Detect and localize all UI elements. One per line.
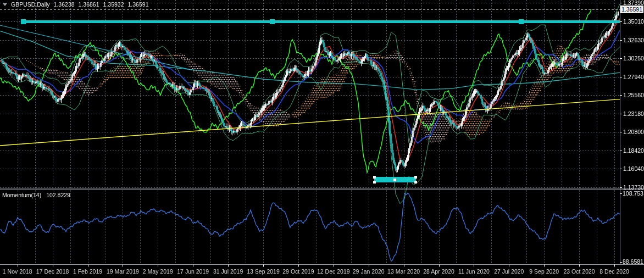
symbol-marker-icon (3, 3, 7, 6)
time-axis-label: 13 Sep 2019 (247, 268, 280, 275)
time-axis-label: 27 Jul 2020 (494, 268, 524, 275)
time-axis-label: 1 Nov 2018 (3, 268, 32, 275)
time-axis-label: 2 May 2019 (143, 268, 173, 275)
time-axis-label: 29 Oct 2019 (282, 268, 314, 275)
symbol-ohlc-row: GBPUSD,Daily 1.36238 1.36861 1.35932 1.3… (3, 1, 152, 8)
momentum-max-label: 108.753 (623, 190, 643, 197)
momentum-title: Momentum(14) (2, 192, 41, 198)
quote-low: 1.35932 (103, 1, 124, 8)
hline-handle[interactable] (21, 19, 26, 24)
hline-handle[interactable] (519, 19, 524, 24)
momentum-value: 102.8229 (46, 192, 70, 198)
current-price-tag: 1.36591 (620, 5, 643, 13)
time-axis-label: 23 Oct 2020 (563, 268, 595, 275)
hline-handle[interactable] (270, 19, 275, 24)
time-axis-label: 9 Sep 2020 (529, 268, 559, 275)
momentum-indicator-row: Momentum(14) 102.8229 (2, 192, 74, 198)
time-axis-label: 11 Jun 2020 (458, 268, 490, 275)
rectangle-handle[interactable] (393, 179, 396, 181)
price-axis-label: 1.25560 (623, 92, 644, 98)
rectangle-handle[interactable] (373, 176, 376, 179)
rectangle-handle[interactable] (414, 181, 417, 184)
time-axis-label: 28 Apr 2020 (423, 268, 454, 275)
price-axis-label: 1.16040 (623, 165, 644, 172)
symbol-label: GBPUSD,Daily (11, 1, 50, 8)
time-axis-label: 17 Jun 2019 (177, 268, 209, 275)
rectangle-object[interactable] (374, 177, 416, 182)
time-axis-label: 29 Jan 2020 (353, 268, 385, 275)
momentum-min-label: 88.6581 (623, 258, 643, 265)
quote-open: 1.36238 (54, 1, 75, 8)
price-axis-label: 1.27940 (623, 74, 644, 80)
horizontal-line-object[interactable] (21, 20, 620, 23)
chart-window: GBPUSD,Daily 1.36238 1.36861 1.35932 1.3… (0, 0, 644, 278)
quote-high: 1.36861 (79, 1, 99, 8)
time-axis-label: 12 Dec 2019 (317, 268, 350, 275)
price-axis-label: 1.20800 (623, 129, 644, 135)
price-axis-label: 1.23180 (623, 110, 644, 117)
time-axis-label: 17 Dec 2018 (36, 268, 69, 275)
price-chart-canvas[interactable] (0, 0, 644, 278)
rectangle-handle[interactable] (414, 176, 417, 179)
rectangle-handle[interactable] (373, 181, 376, 184)
time-axis-label: 1 Feb 2019 (73, 268, 102, 275)
time-axis-label: 19 Mar 2019 (107, 268, 139, 275)
price-axis-label: 1.30250 (623, 55, 644, 62)
time-axis-label: 13 Mar 2020 (387, 268, 420, 275)
time-axis-label: 8 Dec 2020 (599, 268, 629, 275)
price-axis-label: 1.18420 (623, 147, 644, 154)
time-axis-label: 31 Jul 2019 (213, 268, 243, 275)
price-axis-label: 1.32630 (623, 37, 644, 43)
quote-close: 1.36591 (128, 1, 149, 8)
price-axis-label: 1.35010 (623, 18, 644, 25)
